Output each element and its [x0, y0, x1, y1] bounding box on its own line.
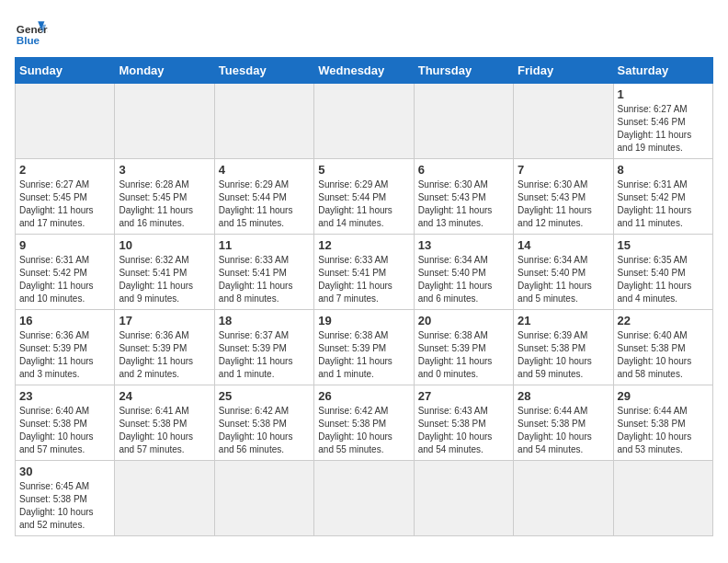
- calendar-day-cell: 12Sunrise: 6:33 AM Sunset: 5:41 PM Dayli…: [314, 235, 414, 310]
- day-info: Sunrise: 6:45 AM Sunset: 5:38 PM Dayligh…: [19, 480, 110, 532]
- calendar-day-cell: 11Sunrise: 6:33 AM Sunset: 5:41 PM Dayli…: [214, 235, 313, 310]
- calendar-day-cell: [314, 84, 414, 159]
- svg-text:Blue: Blue: [17, 34, 40, 46]
- calendar-day-cell: [414, 84, 513, 159]
- day-info: Sunrise: 6:40 AM Sunset: 5:38 PM Dayligh…: [618, 329, 709, 381]
- day-number: 21: [518, 314, 609, 327]
- calendar-day-cell: 15Sunrise: 6:35 AM Sunset: 5:40 PM Dayli…: [613, 235, 712, 310]
- day-number: 25: [219, 389, 310, 403]
- page-header: General Blue: [15, 15, 713, 48]
- day-number: 6: [418, 163, 509, 177]
- calendar-day-cell: [414, 461, 513, 536]
- calendar-day-cell: 19Sunrise: 6:38 AM Sunset: 5:39 PM Dayli…: [314, 310, 414, 385]
- calendar-day-cell: 17Sunrise: 6:36 AM Sunset: 5:39 PM Dayli…: [115, 310, 214, 385]
- calendar-week-row: 2Sunrise: 6:27 AM Sunset: 5:45 PM Daylig…: [16, 159, 713, 235]
- day-info: Sunrise: 6:39 AM Sunset: 5:38 PM Dayligh…: [518, 329, 609, 381]
- calendar-week-row: 23Sunrise: 6:40 AM Sunset: 5:38 PM Dayli…: [16, 385, 713, 461]
- weekday-header-tuesday: Tuesday: [214, 58, 313, 84]
- calendar-day-cell: 27Sunrise: 6:43 AM Sunset: 5:38 PM Dayli…: [414, 385, 513, 461]
- day-number: 19: [318, 314, 409, 327]
- calendar-day-cell: 13Sunrise: 6:34 AM Sunset: 5:40 PM Dayli…: [414, 235, 513, 310]
- day-info: Sunrise: 6:42 AM Sunset: 5:38 PM Dayligh…: [318, 405, 409, 456]
- calendar-day-cell: 20Sunrise: 6:38 AM Sunset: 5:39 PM Dayli…: [414, 310, 513, 385]
- day-info: Sunrise: 6:29 AM Sunset: 5:44 PM Dayligh…: [318, 178, 409, 230]
- calendar-day-cell: 5Sunrise: 6:29 AM Sunset: 5:44 PM Daylig…: [314, 159, 414, 235]
- day-number: 5: [318, 163, 409, 177]
- day-info: Sunrise: 6:32 AM Sunset: 5:41 PM Dayligh…: [119, 254, 210, 305]
- calendar-day-cell: 1Sunrise: 6:27 AM Sunset: 5:46 PM Daylig…: [613, 84, 712, 159]
- weekday-header-sunday: Sunday: [16, 58, 115, 84]
- day-info: Sunrise: 6:31 AM Sunset: 5:42 PM Dayligh…: [618, 178, 709, 230]
- calendar-table: SundayMondayTuesdayWednesdayThursdayFrid…: [15, 57, 713, 536]
- day-info: Sunrise: 6:44 AM Sunset: 5:38 PM Dayligh…: [618, 405, 709, 456]
- day-number: 3: [119, 163, 210, 177]
- calendar-day-cell: 26Sunrise: 6:42 AM Sunset: 5:38 PM Dayli…: [314, 385, 414, 461]
- day-info: Sunrise: 6:29 AM Sunset: 5:44 PM Dayligh…: [219, 178, 310, 230]
- calendar-day-cell: [16, 84, 115, 159]
- day-info: Sunrise: 6:28 AM Sunset: 5:45 PM Dayligh…: [119, 178, 210, 230]
- calendar-week-row: 30Sunrise: 6:45 AM Sunset: 5:38 PM Dayli…: [16, 461, 713, 536]
- calendar-day-cell: 28Sunrise: 6:44 AM Sunset: 5:38 PM Dayli…: [514, 385, 613, 461]
- calendar-day-cell: 24Sunrise: 6:41 AM Sunset: 5:38 PM Dayli…: [115, 385, 214, 461]
- day-number: 9: [19, 238, 110, 252]
- logo: General Blue: [15, 15, 48, 48]
- calendar-week-row: 16Sunrise: 6:36 AM Sunset: 5:39 PM Dayli…: [16, 310, 713, 385]
- day-number: 28: [518, 389, 609, 403]
- calendar-header: SundayMondayTuesdayWednesdayThursdayFrid…: [16, 58, 713, 84]
- day-number: 2: [19, 163, 110, 177]
- day-number: 10: [119, 238, 210, 252]
- day-number: 8: [618, 163, 709, 177]
- calendar-day-cell: 18Sunrise: 6:37 AM Sunset: 5:39 PM Dayli…: [214, 310, 313, 385]
- calendar-week-row: 1Sunrise: 6:27 AM Sunset: 5:46 PM Daylig…: [16, 84, 713, 159]
- calendar-day-cell: 6Sunrise: 6:30 AM Sunset: 5:43 PM Daylig…: [414, 159, 513, 235]
- day-info: Sunrise: 6:41 AM Sunset: 5:38 PM Dayligh…: [119, 405, 210, 456]
- day-number: 12: [318, 238, 409, 252]
- calendar-day-cell: 14Sunrise: 6:34 AM Sunset: 5:40 PM Dayli…: [514, 235, 613, 310]
- logo-icon: General Blue: [15, 15, 48, 48]
- calendar-day-cell: [514, 84, 613, 159]
- day-number: 1: [618, 87, 709, 101]
- weekday-header-friday: Friday: [514, 58, 613, 84]
- day-number: 11: [219, 238, 310, 252]
- calendar-day-cell: 30Sunrise: 6:45 AM Sunset: 5:38 PM Dayli…: [16, 461, 115, 536]
- calendar-day-cell: 23Sunrise: 6:40 AM Sunset: 5:38 PM Dayli…: [16, 385, 115, 461]
- day-info: Sunrise: 6:31 AM Sunset: 5:42 PM Dayligh…: [19, 254, 110, 305]
- calendar-day-cell: 22Sunrise: 6:40 AM Sunset: 5:38 PM Dayli…: [613, 310, 712, 385]
- day-number: 7: [518, 163, 609, 177]
- calendar-day-cell: 10Sunrise: 6:32 AM Sunset: 5:41 PM Dayli…: [115, 235, 214, 310]
- calendar-day-cell: 3Sunrise: 6:28 AM Sunset: 5:45 PM Daylig…: [115, 159, 214, 235]
- day-number: 14: [518, 238, 609, 252]
- day-info: Sunrise: 6:30 AM Sunset: 5:43 PM Dayligh…: [418, 178, 509, 230]
- day-info: Sunrise: 6:33 AM Sunset: 5:41 PM Dayligh…: [219, 254, 310, 305]
- day-info: Sunrise: 6:36 AM Sunset: 5:39 PM Dayligh…: [119, 329, 210, 381]
- weekday-header-wednesday: Wednesday: [314, 58, 414, 84]
- day-number: 16: [19, 314, 110, 327]
- calendar-day-cell: 21Sunrise: 6:39 AM Sunset: 5:38 PM Dayli…: [514, 310, 613, 385]
- calendar-day-cell: 7Sunrise: 6:30 AM Sunset: 5:43 PM Daylig…: [514, 159, 613, 235]
- calendar-day-cell: [514, 461, 613, 536]
- weekday-header-thursday: Thursday: [414, 58, 513, 84]
- day-info: Sunrise: 6:36 AM Sunset: 5:39 PM Dayligh…: [19, 329, 110, 381]
- day-number: 26: [318, 389, 409, 403]
- day-info: Sunrise: 6:27 AM Sunset: 5:45 PM Dayligh…: [19, 178, 110, 230]
- day-info: Sunrise: 6:40 AM Sunset: 5:38 PM Dayligh…: [19, 405, 110, 456]
- day-number: 24: [119, 389, 210, 403]
- calendar-day-cell: [613, 461, 712, 536]
- day-info: Sunrise: 6:34 AM Sunset: 5:40 PM Dayligh…: [418, 254, 509, 305]
- day-number: 4: [219, 163, 310, 177]
- day-info: Sunrise: 6:42 AM Sunset: 5:38 PM Dayligh…: [219, 405, 310, 456]
- day-info: Sunrise: 6:30 AM Sunset: 5:43 PM Dayligh…: [518, 178, 609, 230]
- day-number: 20: [418, 314, 509, 327]
- day-info: Sunrise: 6:33 AM Sunset: 5:41 PM Dayligh…: [318, 254, 409, 305]
- day-info: Sunrise: 6:38 AM Sunset: 5:39 PM Dayligh…: [418, 329, 509, 381]
- day-info: Sunrise: 6:37 AM Sunset: 5:39 PM Dayligh…: [219, 329, 310, 381]
- day-number: 22: [618, 314, 709, 327]
- calendar-day-cell: 2Sunrise: 6:27 AM Sunset: 5:45 PM Daylig…: [16, 159, 115, 235]
- day-info: Sunrise: 6:38 AM Sunset: 5:39 PM Dayligh…: [318, 329, 409, 381]
- day-info: Sunrise: 6:44 AM Sunset: 5:38 PM Dayligh…: [518, 405, 609, 456]
- calendar-day-cell: 4Sunrise: 6:29 AM Sunset: 5:44 PM Daylig…: [214, 159, 313, 235]
- day-info: Sunrise: 6:27 AM Sunset: 5:46 PM Dayligh…: [618, 103, 709, 155]
- day-info: Sunrise: 6:35 AM Sunset: 5:40 PM Dayligh…: [618, 254, 709, 305]
- day-number: 13: [418, 238, 509, 252]
- weekday-header-saturday: Saturday: [613, 58, 712, 84]
